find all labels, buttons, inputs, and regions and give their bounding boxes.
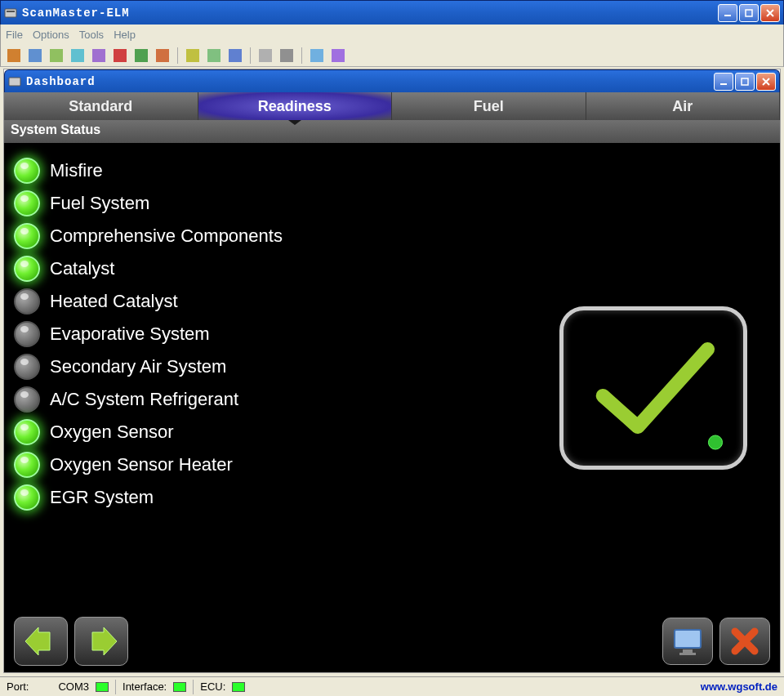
menu-options[interactable]: Options: [33, 29, 69, 41]
toolbar-icon[interactable]: [332, 49, 345, 62]
status-row: Fuel System: [14, 190, 770, 216]
status-led-icon: [14, 288, 40, 315]
status-row: Misfire: [14, 158, 770, 184]
menu-file[interactable]: File: [6, 29, 23, 41]
status-led-icon: [14, 386, 40, 413]
svg-rect-20: [720, 83, 727, 85]
status-led-icon: [14, 419, 40, 445]
toolbar-icon[interactable]: [114, 49, 127, 62]
toolbar-icon[interactable]: [156, 49, 169, 62]
svg-rect-6: [50, 49, 63, 62]
svg-rect-14: [229, 49, 242, 62]
status-label: Heated Catalyst: [50, 291, 178, 312]
svg-rect-4: [7, 49, 20, 62]
status-led-icon: [14, 354, 40, 380]
toolbar-icon[interactable]: [29, 49, 42, 62]
svg-rect-21: [742, 78, 748, 85]
toolbar-icon[interactable]: [310, 49, 323, 62]
status-led-icon: [14, 321, 40, 347]
monitor-icon: [671, 627, 704, 656]
status-led-icon: [14, 158, 40, 184]
menu-tools[interactable]: Tools: [79, 29, 104, 41]
svg-rect-7: [71, 49, 84, 62]
prev-button[interactable]: [14, 617, 68, 666]
svg-rect-16: [280, 49, 293, 62]
app-icon: [4, 7, 17, 20]
toolbar-icon[interactable]: [71, 49, 84, 62]
svg-rect-1: [7, 11, 15, 12]
outer-close-button[interactable]: [760, 4, 780, 22]
svg-rect-11: [156, 49, 169, 62]
port-value: COM3: [58, 680, 89, 693]
readiness-ok-panel: [559, 306, 747, 470]
status-label: Oxygen Sensor: [50, 422, 174, 443]
status-led-icon: [14, 484, 40, 511]
toolbar-icon[interactable]: [50, 49, 63, 62]
toolbar-icon[interactable]: [186, 49, 199, 62]
status-led-icon: [14, 256, 40, 282]
ecu-label: ECU:: [200, 680, 225, 693]
svg-point-22: [708, 435, 722, 449]
svg-rect-25: [679, 653, 696, 655]
interface-led-icon: [173, 682, 186, 692]
next-button[interactable]: [74, 617, 128, 666]
svg-rect-5: [29, 49, 42, 62]
svg-rect-0: [5, 9, 16, 17]
toolbar-icon[interactable]: [92, 49, 105, 62]
toolbar-icon[interactable]: [229, 49, 242, 62]
inner-minimize-button[interactable]: [714, 73, 733, 91]
status-led-icon: [14, 223, 40, 249]
tab-fuel[interactable]: Fuel: [392, 92, 586, 120]
svg-rect-23: [675, 630, 701, 648]
vendor-link[interactable]: www.wgsoft.de: [701, 680, 777, 693]
status-label: Oxygen Sensor Heater: [50, 454, 233, 475]
outer-title: ScanMaster-ELM: [22, 7, 718, 20]
checkmark-icon: [564, 310, 743, 466]
status-led-icon: [14, 190, 40, 216]
toolbar-icon[interactable]: [207, 49, 220, 62]
status-label: Catalyst: [50, 258, 114, 279]
svg-rect-13: [207, 49, 220, 62]
toolbar-icon[interactable]: [259, 49, 272, 62]
svg-rect-10: [135, 49, 148, 62]
tab-bar: StandardReadinessFuelAir: [4, 92, 780, 120]
close-icon: [728, 625, 761, 658]
ecu-led-icon: [232, 682, 245, 692]
svg-rect-19: [9, 78, 20, 86]
inner-maximize-button[interactable]: [735, 73, 755, 91]
toolbar-icon[interactable]: [280, 49, 293, 62]
status-label: Secondary Air System: [50, 356, 226, 377]
arrow-left-icon: [24, 626, 58, 657]
status-row: Catalyst: [14, 256, 770, 282]
menu-help[interactable]: Help: [114, 29, 136, 41]
monitor-button[interactable]: [662, 618, 713, 665]
status-label: Misfire: [50, 160, 103, 181]
toolbar-icon[interactable]: [135, 49, 148, 62]
svg-rect-15: [259, 49, 272, 62]
outer-minimize-button[interactable]: [718, 4, 737, 22]
toolbar: [0, 44, 784, 67]
status-label: EGR System: [50, 487, 154, 508]
svg-rect-12: [186, 49, 199, 62]
inner-title: Dashboard: [26, 75, 714, 88]
toolbar-icon[interactable]: [7, 49, 20, 62]
outer-titlebar: ScanMaster-ELM: [0, 0, 784, 25]
section-header: System Status: [4, 120, 780, 143]
svg-rect-18: [332, 49, 345, 62]
svg-rect-9: [114, 49, 127, 62]
interface-label: Interface:: [122, 680, 167, 693]
outer-maximize-button[interactable]: [739, 4, 759, 22]
tab-standard[interactable]: Standard: [4, 92, 198, 120]
svg-rect-2: [724, 15, 731, 16]
svg-rect-8: [92, 49, 105, 62]
tab-readiness[interactable]: Readiness: [198, 92, 393, 120]
arrow-right-icon: [84, 626, 118, 657]
inner-titlebar: Dashboard: [4, 69, 780, 92]
cancel-button[interactable]: [719, 618, 770, 665]
svg-rect-24: [683, 649, 693, 653]
inner-close-button[interactable]: [756, 73, 776, 91]
tab-air[interactable]: Air: [586, 92, 781, 120]
status-row: EGR System: [14, 484, 770, 511]
status-led-icon: [14, 452, 40, 478]
bottom-nav: [4, 615, 780, 672]
